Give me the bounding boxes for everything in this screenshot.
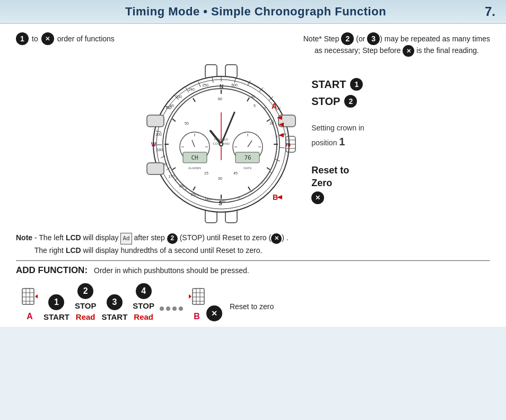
watch-diagram: N S W m TACHYMETER 40 50 60 70 80 90 100… [142, 62, 301, 226]
svg-text:30: 30 [218, 177, 222, 180]
order-to: to [32, 34, 38, 43]
main-content: 1 to ✕ order of functions Note* Step 2 (… [0, 24, 506, 327]
lcd-bold-1: LCD [66, 233, 81, 242]
svg-text:45: 45 [170, 104, 174, 108]
badge-2-note2: 2 [167, 233, 178, 244]
badge-x-final: ✕ [206, 305, 222, 321]
step-4-label: STOP [133, 301, 154, 310]
step-2-label: STOP [75, 301, 97, 310]
add-function-title: ADD FUNCTION: [16, 265, 88, 276]
badge-2-note: 2 [341, 32, 354, 45]
svg-rect-1 [225, 65, 237, 78]
svg-text:DATE: DATE [243, 167, 252, 170]
order-suffix: order of functions [57, 34, 115, 43]
svg-text:500: 500 [231, 83, 238, 87]
reset-label: Reset toZero [311, 164, 364, 189]
badge-1: 1 [16, 32, 29, 45]
note-bold: Note [16, 233, 32, 242]
letter-a: A [27, 312, 33, 321]
dot-3 [172, 307, 177, 311]
svg-text:170: 170 [168, 174, 175, 178]
svg-text:200: 200 [155, 133, 162, 136]
svg-text:15: 15 [204, 171, 208, 175]
svg-text:5: 5 [254, 104, 256, 108]
page-number: 7. [485, 4, 495, 19]
step-1-label: START [43, 312, 69, 321]
step-x-badge: ✕ [206, 305, 222, 321]
svg-marker-129 [35, 294, 38, 299]
watch-icon-a [21, 287, 38, 310]
svg-rect-114 [147, 115, 164, 127]
svg-text:ALARMS: ALARMS [188, 167, 202, 170]
continuation-dots [160, 307, 183, 311]
crown-text-line1: Setting crown in [311, 124, 364, 132]
stop-label: STOP [311, 95, 340, 108]
top-section: 1 to ✕ order of functions Note* Step 2 (… [16, 32, 490, 57]
reset-row: ✕ [311, 191, 364, 204]
svg-text:250: 250 [202, 83, 208, 87]
svg-rect-130 [193, 288, 204, 304]
svg-text:50: 50 [185, 121, 189, 125]
badge-3-note: 3 [367, 32, 380, 45]
step-3-label: START [101, 312, 127, 321]
svg-text:A: A [272, 102, 277, 110]
svg-rect-123 [22, 288, 34, 304]
svg-text:76: 76 [245, 154, 251, 161]
steps-row: A 1 START 2 STOP Read 3 START 4 STOP Rea… [16, 283, 490, 321]
step-badge-3: 3 [107, 294, 123, 310]
step-watch-a: A [21, 287, 38, 321]
step-badge-1: 1 [48, 294, 64, 310]
reset-to-zero-label: Reset to zero [230, 302, 274, 321]
badge-x-order: ✕ [41, 32, 54, 45]
step-4: 4 STOP Read [133, 283, 154, 321]
svg-text:10: 10 [269, 121, 274, 125]
start-label-row: START 1 [311, 78, 364, 91]
dot-4 [179, 307, 183, 311]
badge-start-1: 1 [350, 78, 363, 91]
start-label: START [311, 78, 346, 91]
step-badge-2: 2 [77, 283, 93, 299]
reset-zero-text: Reset to zero [230, 302, 274, 311]
svg-text:CH: CH [191, 154, 198, 161]
lcd-bold-2: LCD [66, 246, 81, 255]
dot-1 [160, 307, 164, 311]
step-3: 3 START [101, 294, 127, 321]
badge-x-reset: ✕ [311, 191, 324, 204]
section-divider [16, 260, 490, 261]
svg-rect-0 [205, 65, 217, 78]
svg-rect-115 [147, 163, 164, 174]
svg-text:230: 230 [176, 95, 182, 99]
svg-text:240: 240 [188, 88, 195, 91]
svg-text:60: 60 [218, 97, 222, 101]
watch-icon-b [188, 287, 205, 310]
svg-marker-136 [189, 294, 191, 299]
dot-2 [166, 307, 170, 311]
step-badge-4: 4 [136, 283, 152, 299]
step-4-sub: Read [134, 312, 153, 321]
reset-area: Reset toZero ✕ [311, 164, 364, 204]
lcd-ad-display: Ad [120, 233, 132, 244]
svg-text:W: W [151, 142, 156, 147]
crown-setting: Setting crown in position 1 [311, 122, 364, 150]
step-watch-b: B [188, 287, 205, 321]
badge-stop-2: 2 [344, 95, 357, 108]
step-1: 1 START [43, 294, 69, 321]
step-2-sub: Read [76, 312, 95, 321]
page-title: Timing Mode • Simple Chronograph Functio… [125, 5, 386, 19]
letter-b-bottom: B [194, 312, 200, 321]
watch-labels-right: START 1 STOP 2 Setting crown in position… [311, 78, 364, 204]
svg-point-109 [220, 143, 222, 145]
svg-text:190: 190 [156, 148, 163, 152]
add-function-desc: Order in which pushbuttons should be pre… [94, 266, 249, 275]
add-function-header: ADD FUNCTION: Order in which pushbuttons… [16, 265, 490, 276]
watch-area: N S W m TACHYMETER 40 50 60 70 80 90 100… [16, 62, 490, 226]
badge-x-note: ✕ [403, 45, 414, 57]
step-2: 2 STOP Read [75, 283, 97, 321]
page-header: Timing Mode • Simple Chronograph Functio… [0, 0, 506, 24]
svg-text:45: 45 [233, 171, 238, 175]
note-section: Note - The left LCD will display Ad afte… [16, 232, 490, 256]
order-text: 1 to ✕ order of functions [16, 32, 115, 45]
position-number: 1 [339, 136, 345, 147]
note-text: Note* Step 2 (or 3) may be repeated as m… [303, 32, 490, 57]
stop-label-row: STOP 2 [311, 95, 364, 108]
